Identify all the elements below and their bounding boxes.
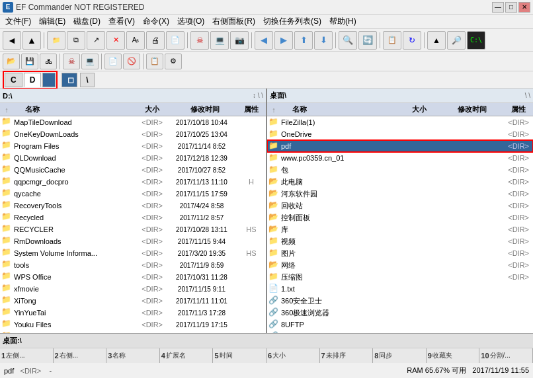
list-item[interactable]: 📁yxdown<DIR>2017/4/28 18:43 — [0, 331, 266, 333]
maximize-button[interactable]: □ — [505, 2, 517, 13]
terminal-btn[interactable]: C:\ — [467, 31, 485, 50]
list-item[interactable]: 📁tools<DIR>2017/11/9 8:59 — [0, 259, 266, 271]
menu-item[interactable]: 查看(V) — [104, 15, 139, 28]
up-button[interactable]: ▲ — [22, 31, 41, 50]
list-item[interactable]: 📂库<DIR> — [267, 223, 533, 235]
list-item[interactable]: 📁www.pc0359.cn_01<DIR> — [267, 152, 533, 164]
print-button[interactable]: 🖨 — [146, 31, 165, 50]
titlebar-controls[interactable]: — □ ✕ — [492, 2, 530, 13]
tb2-doc2[interactable]: 📋 — [146, 54, 163, 69]
list-item[interactable]: 📁XiTong<DIR>2017/11/11 11:01 — [0, 295, 266, 307]
list-item[interactable]: 🔗8UFTP — [267, 319, 533, 331]
list-item[interactable]: 📁YinYueTai<DIR>2017/11/3 17:28 — [0, 307, 266, 319]
zoom-btn[interactable]: 🔎 — [447, 31, 466, 50]
copy-button[interactable]: ⧉ — [67, 31, 85, 50]
fk-8-button[interactable]: 8同步 — [373, 348, 427, 363]
list-item[interactable]: 📁xfmovie<DIR>2017/11/15 9:11 — [0, 283, 266, 295]
list-item[interactable]: 📁RecoveryTools<DIR>2017/4/24 8:58 — [0, 200, 266, 212]
tb2-monitor[interactable]: 💻 — [81, 54, 99, 69]
menu-item[interactable]: 帮助(H) — [325, 15, 360, 28]
list-item[interactable]: 📁Youku Files<DIR>2017/11/19 17:15 — [0, 319, 266, 331]
list-item[interactable]: 📂回收站<DIR> — [267, 200, 533, 212]
toolbar-extra1[interactable]: ☠ — [190, 31, 209, 50]
nav-left[interactable]: ◀ — [255, 31, 273, 50]
list-item[interactable]: 🔗Adobe Reader XI — [267, 331, 533, 333]
list-item[interactable]: 🔗360安全卫士 — [267, 295, 533, 307]
list-item[interactable]: 🔗360极速浏览器 — [267, 307, 533, 319]
drive-path-tab[interactable]: ◻ — [62, 73, 77, 87]
menu-item[interactable]: 选项(O) — [173, 15, 208, 28]
nav-dn[interactable]: ⬇ — [314, 31, 333, 50]
close-button[interactable]: ✕ — [518, 2, 530, 13]
minimize-button[interactable]: — — [492, 2, 504, 13]
list-item[interactable]: 📁qqpcmgr_docpro<DIR>2017/11/13 11:10H — [0, 176, 266, 188]
menu-item[interactable]: 命令(X) — [139, 15, 173, 28]
fk-1-button[interactable]: 1左侧... — [0, 348, 54, 363]
tb2-btn1[interactable]: 📂 — [3, 54, 20, 69]
back-button[interactable]: ◄ — [3, 31, 21, 50]
list-item[interactable]: 📁MapTileDownload<DIR>2017/10/18 10:44 — [0, 116, 266, 128]
fk-label-10: 分割/... — [490, 351, 511, 360]
list-item[interactable]: 📁pdf<DIR> — [267, 140, 533, 152]
move-button[interactable]: ↗ — [87, 31, 105, 50]
file-btn[interactable]: 📋 — [383, 31, 401, 50]
tb2-skull[interactable]: ☠ — [63, 54, 80, 69]
drive-d-tab[interactable]: D — [24, 73, 42, 87]
fk-7-button[interactable]: 7未排序 — [320, 348, 374, 363]
list-item[interactable]: 📁压缩图<DIR> — [267, 271, 533, 283]
toolbar-extra2[interactable]: 💻 — [210, 31, 229, 50]
fk-4-button[interactable]: 4扩展名 — [160, 348, 214, 363]
rename-button[interactable]: Aᵦ — [126, 31, 145, 50]
file-size: <DIR> — [126, 202, 165, 210]
toolbar-extra3[interactable]: 📷 — [230, 31, 249, 50]
fk-5-button[interactable]: 5时间 — [213, 348, 266, 363]
list-item[interactable]: 📂控制面板<DIR> — [267, 212, 533, 223]
menu-item[interactable]: 切换任务列表(S) — [259, 15, 325, 28]
list-item[interactable]: 📂此电脑<DIR> — [267, 176, 533, 188]
sync-button[interactable]: 🔄 — [358, 31, 377, 50]
new-folder-button[interactable]: 📁 — [47, 31, 65, 50]
tb2-btn3[interactable]: 🖧 — [40, 54, 57, 69]
fk-10-button[interactable]: 10分割/... — [479, 348, 533, 363]
nav-up2[interactable]: ⬆ — [294, 31, 313, 50]
list-item[interactable]: 📁RmDownloads<DIR>2017/11/15 9:44 — [0, 235, 266, 247]
fk-2-button[interactable]: 2右侧... — [54, 348, 107, 363]
list-item[interactable]: 📂网络<DIR> — [267, 259, 533, 271]
list-item[interactable]: 📂河东软件园<DIR> — [267, 188, 533, 200]
list-item[interactable]: 📁qycache<DIR>2017/11/15 17:59 — [0, 188, 266, 200]
tb2-star[interactable]: ⚙ — [165, 54, 182, 69]
delete-button[interactable]: ✕ — [106, 31, 125, 50]
list-item[interactable]: 📁RECYCLER<DIR>2017/10/28 13:11HS — [0, 223, 266, 235]
fk-9-button[interactable]: 9收藏夹 — [427, 348, 480, 363]
list-item[interactable]: 📁图片<DIR> — [267, 247, 533, 259]
list-item[interactable]: 📁WPS Office<DIR>2017/10/31 11:28 — [0, 271, 266, 283]
list-item[interactable]: 📁包<DIR> — [267, 164, 533, 176]
fk-6-button[interactable]: 6大小 — [266, 348, 320, 363]
list-item[interactable]: 📁Recycled<DIR>2017/11/2 8:57 — [0, 212, 266, 223]
drive-blue-tab[interactable] — [42, 73, 56, 87]
menu-item[interactable]: 编辑(E) — [35, 15, 69, 28]
list-item[interactable]: 📁QLDownload<DIR>2017/12/18 12:39 — [0, 152, 266, 164]
list-item[interactable]: 📁视频<DIR> — [267, 235, 533, 247]
list-item[interactable]: 📁Program Files<DIR>2017/11/14 8:52 — [0, 140, 266, 152]
menu-item[interactable]: 磁盘(D) — [69, 15, 104, 28]
list-item[interactable]: 📁OneKeyDownLoads<DIR>2017/10/25 13:04 — [0, 128, 266, 140]
list-item[interactable]: 📁FileZilla(1)<DIR> — [267, 116, 533, 128]
tb2-btn2[interactable]: 💾 — [21, 54, 38, 69]
refresh-btn[interactable]: ↻ — [403, 31, 421, 50]
list-item[interactable]: 📁OneDrive<DIR> — [267, 128, 533, 140]
properties-button[interactable]: 📄 — [166, 31, 184, 50]
search-button[interactable]: 🔍 — [339, 31, 357, 50]
path-backslash[interactable]: \ — [80, 73, 94, 87]
mountain-btn[interactable]: ▲ — [427, 31, 446, 50]
tb2-doc1[interactable]: 📄 — [104, 54, 122, 69]
fk-3-button[interactable]: 3名称 — [106, 348, 160, 363]
list-item[interactable]: 📄1.txt — [267, 283, 533, 295]
list-item[interactable]: 📁System Volume Informa...<DIR>2017/3/20 … — [0, 247, 266, 259]
drive-c-tab[interactable]: C — [5, 73, 22, 87]
nav-right[interactable]: ▶ — [274, 31, 293, 50]
list-item[interactable]: 📁QQMusicCache<DIR>2017/10/27 8:52 — [0, 164, 266, 176]
menu-item[interactable]: 文件(F) — [1, 15, 35, 28]
menu-item[interactable]: 右侧面板(R) — [208, 15, 259, 28]
tb2-noedit[interactable]: 🚫 — [123, 54, 140, 69]
